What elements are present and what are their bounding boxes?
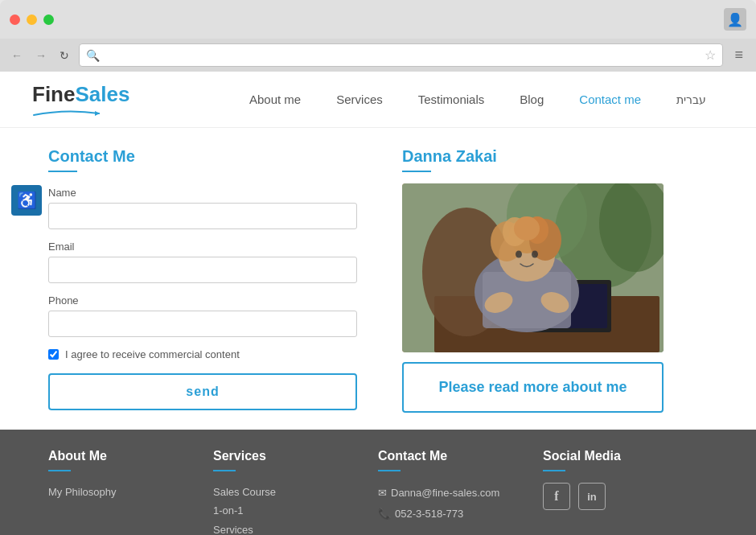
email-icon: ✉ — [378, 483, 387, 504]
profile-section: Danna Zakai — [386, 128, 756, 430]
name-field-group: Name — [48, 187, 357, 229]
contact-form-title: Contact Me — [48, 147, 357, 166]
bookmark-icon[interactable]: ☆ — [705, 47, 716, 63]
footer-contact-col: Contact Me ✉ Danna@fine-sales.com 📞 052-… — [378, 449, 543, 535]
footer-services[interactable]: Services — [213, 521, 378, 535]
read-more-button[interactable]: Please read more about me — [402, 362, 664, 413]
footer-social-col: Social Media f in — [543, 449, 708, 535]
facebook-icon[interactable]: f — [543, 483, 570, 510]
footer-social-title: Social Media — [543, 449, 708, 463]
contact-divider — [48, 171, 77, 172]
name-input[interactable] — [48, 203, 357, 229]
footer-contact-divider — [378, 470, 401, 471]
profile-divider — [402, 171, 431, 172]
svg-marker-0 — [95, 111, 100, 116]
phone-icon: 📞 — [378, 504, 391, 525]
contact-form-section: Contact Me Name Email Phone I agree to r… — [0, 128, 386, 430]
profile-icon[interactable]: 👤 — [724, 8, 746, 31]
footer-about-col: About Me My Philosophy — [48, 449, 213, 535]
svg-point-19 — [532, 251, 538, 258]
website-content: ♿ Fine Sales About me Services Testimoni… — [0, 72, 756, 535]
nav-services[interactable]: Services — [318, 86, 401, 113]
logo-sales-text: Sales — [75, 82, 129, 107]
footer-email-text[interactable]: Danna@fine-sales.com — [391, 483, 499, 504]
forward-button[interactable]: → — [32, 47, 50, 64]
checkbox-label: I agree to receive commercial content — [65, 348, 240, 360]
address-bar[interactable]: 🔍 ☆ — [79, 43, 723, 67]
footer-services-col: Services Sales Course 1-on-1 Services — [213, 449, 378, 535]
nav-blog[interactable]: Blog — [502, 86, 561, 113]
linkedin-icon[interactable]: in — [578, 483, 606, 510]
phone-field-group: Phone — [48, 294, 357, 337]
commercial-content-checkbox[interactable] — [48, 349, 59, 360]
nav-hebrew[interactable]: עברית — [659, 87, 724, 113]
search-icon: 🔍 — [86, 49, 100, 62]
send-button[interactable]: send — [48, 373, 357, 410]
main-nav: About me Services Testimonials Blog Cont… — [232, 86, 724, 113]
footer-about-divider — [48, 470, 71, 471]
phone-label: Phone — [48, 294, 357, 307]
social-icons-row: f in — [543, 483, 708, 510]
footer-services-title: Services — [213, 449, 378, 463]
footer-about-title: About Me — [48, 449, 213, 463]
footer-email: ✉ Danna@fine-sales.com — [378, 483, 543, 504]
profile-name: Danna Zakai — [402, 147, 727, 166]
close-button[interactable] — [10, 14, 20, 25]
profile-image-svg — [402, 183, 664, 352]
profile-image — [402, 183, 664, 352]
svg-point-18 — [516, 251, 522, 258]
browser-window: 👤 ← → ↻ 🔍 ☆ ≡ — [0, 0, 756, 72]
back-button[interactable]: ← — [8, 47, 26, 64]
logo-fine-text: Fine — [32, 82, 75, 107]
footer-phone: 📞 052-3-518-773 — [378, 504, 543, 525]
phone-input[interactable] — [48, 311, 357, 337]
titlebar: 👤 — [0, 0, 756, 39]
footer-services-divider — [213, 470, 236, 471]
main-content: Contact Me Name Email Phone I agree to r… — [0, 128, 756, 430]
menu-button[interactable]: ≡ — [729, 45, 748, 65]
email-input[interactable] — [48, 257, 357, 283]
site-footer: About Me My Philosophy Services Sales Co… — [0, 430, 756, 535]
footer-social-divider — [543, 470, 565, 471]
toolbar: ← → ↻ 🔍 ☆ ≡ — [0, 39, 756, 72]
maximize-button[interactable] — [43, 14, 54, 25]
site-header: Fine Sales About me Services Testimonial… — [0, 72, 756, 128]
footer-phone-text[interactable]: 052-3-518-773 — [395, 504, 463, 525]
nav-contact-me[interactable]: Contact me — [561, 86, 659, 113]
footer-contact-title: Contact Me — [378, 449, 543, 463]
nav-testimonials[interactable]: Testimonials — [401, 86, 503, 113]
url-input[interactable] — [105, 49, 700, 61]
site-logo[interactable]: Fine Sales — [32, 82, 129, 117]
svg-point-17 — [514, 216, 540, 241]
nav-about-me[interactable]: About me — [232, 86, 318, 113]
refresh-button[interactable]: ↻ — [56, 47, 72, 64]
footer-my-philosophy[interactable]: My Philosophy — [48, 483, 213, 501]
logo-underline-svg — [32, 107, 101, 117]
footer-sales-course[interactable]: Sales Course — [213, 483, 378, 501]
footer-1on1[interactable]: 1-on-1 — [213, 501, 378, 520]
checkbox-row: I agree to receive commercial content — [48, 348, 357, 360]
minimize-button[interactable] — [27, 14, 37, 25]
accessibility-button[interactable]: ♿ — [11, 185, 42, 216]
email-label: Email — [48, 241, 357, 253]
name-label: Name — [48, 187, 357, 199]
email-field-group: Email — [48, 241, 357, 283]
